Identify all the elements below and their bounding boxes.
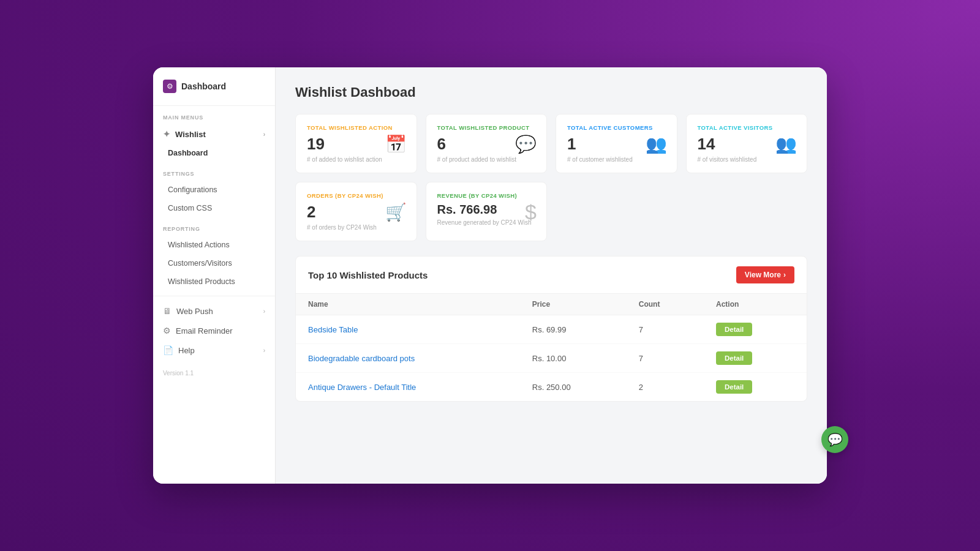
chat-fab-icon: 💬 [827,432,843,447]
table-header: Top 10 Wishlisted Products View More › [296,257,807,294]
product-price-cell: Rs. 250.00 [520,373,627,402]
wishlisted-products-table-section: Top 10 Wishlisted Products View More › N… [295,256,807,402]
sidebar-item-wishlist[interactable]: ✦ Wishlist › [153,124,275,144]
stat-label-active-visitors: TOTAL ACTIVE VISITORS [698,124,796,131]
dashboard-icon: ⚙ [163,80,176,93]
sidebar-item-wishlisted-actions[interactable]: Wishlisted Actions [153,236,275,254]
empty-slot [556,182,807,241]
product-name-cell: Bedside Table [296,315,520,344]
view-more-button[interactable]: View More › [736,266,794,283]
sidebar-item-email-reminder[interactable]: ⚙ Email Reminder [153,321,275,340]
table-row: Biodegradable cardboard pots Rs. 10.00 7… [296,344,807,373]
email-reminder-label: Email Reminder [176,326,232,335]
col-price: Price [520,294,627,315]
stat-sub-active-customers: # of customer wishlisted [567,156,666,163]
sidebar-item-configurations[interactable]: Configurations [153,181,275,199]
table-row: Antique Drawers - Default Title Rs. 250.… [296,373,807,402]
detail-button-0[interactable]: Detail [716,323,752,336]
detail-button-1[interactable]: Detail [716,351,752,365]
wishlist-icon: ✦ [163,129,170,139]
sidebar-item-customers-visitors[interactable]: Customers/Visitors [153,254,275,272]
stat-card-revenue-cp24: REVENUE (BY CP24 WISH) Rs. 766.98 Revenu… [426,182,548,241]
stat-cards-row2: ORDERS (BY CP24 WISH) 2 # of orders by C… [295,182,807,241]
stat-card-total-active-visitors: TOTAL ACTIVE VISITORS 14 # of visitors w… [686,114,808,173]
table-header-row: Name Price Count Action [296,294,807,315]
configurations-label: Configurations [168,186,217,194]
product-count-cell: 7 [627,344,704,373]
table-row: Bedside Table Rs. 69.99 7 Detail [296,315,807,344]
chevron-right-icon: › [263,308,265,315]
stat-label-orders-cp24: ORDERS (BY CP24 WISH) [307,192,405,199]
product-action-cell: Detail [704,344,807,373]
page-title: Wishlist Dashboad [295,84,807,100]
visitors-icon: 👥 [775,133,797,154]
chevron-right-icon: › [783,271,786,279]
help-icon: 📄 [163,345,173,355]
product-count-cell: 2 [627,373,704,402]
sidebar-item-dashboard[interactable]: Dashboard [153,144,275,162]
stat-label-active-customers: TOTAL ACTIVE CUSTOMERS [567,124,666,131]
email-icon: ⚙ [163,326,171,335]
product-count-cell: 7 [627,315,704,344]
stat-cards-row1: TOTAL WISHLISTED ACTION 19 # of added to… [295,114,807,173]
product-link-1[interactable]: Biodegradable cardboard pots [308,354,415,363]
dashboard-label: Dashboard [168,149,208,157]
stat-card-total-wishlisted-action: TOTAL WISHLISTED ACTION 19 # of added to… [295,114,417,173]
main-content: Wishlist Dashboad TOTAL WISHLISTED ACTIO… [276,67,827,484]
sidebar-item-custom-css[interactable]: Custom CSS [153,199,275,217]
chat-fab[interactable]: 💬 [821,426,848,453]
sidebar-logo: ⚙ Dashboard [153,80,275,106]
stat-card-orders-cp24: ORDERS (BY CP24 WISH) 2 # of orders by C… [295,182,417,241]
col-count: Count [627,294,704,315]
main-menus-label: MAIN MENUS [153,106,275,124]
col-name: Name [296,294,520,315]
wishlisted-products-table: Name Price Count Action Bedside Table Rs… [296,294,807,401]
product-name-cell: Biodegradable cardboard pots [296,344,520,373]
customers-visitors-label: Customers/Visitors [168,259,232,268]
product-price-cell: Rs. 69.99 [520,315,627,344]
product-link-0[interactable]: Bedside Table [308,325,358,334]
calendar-icon: 📅 [385,133,407,154]
table-title: Top 10 Wishlisted Products [308,270,428,280]
web-push-icon: 🖥 [163,306,172,316]
view-more-label: View More [745,271,781,279]
sidebar-item-web-push[interactable]: 🖥 Web Push › [153,301,275,321]
product-name-cell: Antique Drawers - Default Title [296,373,520,402]
customers-icon: 👥 [646,133,667,154]
col-action: Action [704,294,807,315]
custom-css-label: Custom CSS [168,204,212,212]
sidebar-logo-text: Dashboard [181,81,226,91]
stat-sub-active-visitors: # of visitors wishlisted [698,156,796,163]
stat-value-revenue-cp24: Rs. 766.98 [437,203,536,217]
stat-sub-wishlisted-product: # of product added to wishlist [437,156,536,163]
wishlisted-products-label: Wishlisted Products [168,277,235,286]
stat-label-revenue-cp24: REVENUE (BY CP24 WISH) [437,192,536,199]
reporting-label: REPORTING [153,217,275,236]
product-action-cell: Detail [704,373,807,402]
stat-sub-revenue-cp24: Revenue generated by CP24 Wish [437,219,536,226]
sidebar-item-help[interactable]: 📄 Help › [153,340,275,360]
chat-icon: 💬 [515,133,537,154]
sidebar-item-wishlisted-products[interactable]: Wishlisted Products [153,272,275,291]
help-label: Help [178,346,195,355]
settings-label: SETTINGS [153,162,275,181]
web-push-label: Web Push [176,307,213,316]
dollar-icon: $ [525,200,537,223]
stat-sub-orders-cp24: # of orders by CP24 Wish [307,224,405,231]
version-text: Version 1.1 [153,360,275,377]
wishlist-label: Wishlist [175,130,206,139]
product-link-2[interactable]: Antique Drawers - Default Title [308,383,416,392]
stat-card-total-wishlisted-product: TOTAL WISHLISTED PRODUCT 6 # of product … [426,114,548,173]
stat-card-total-active-customers: TOTAL ACTIVE CUSTOMERS 1 # of customer w… [556,114,677,173]
stat-label-wishlisted-product: TOTAL WISHLISTED PRODUCT [437,124,536,131]
stat-sub-wishlisted-action: # of added to wishlist action [307,156,405,163]
stat-label-wishlisted-action: TOTAL WISHLISTED ACTION [307,124,405,131]
detail-button-2[interactable]: Detail [716,380,752,394]
product-price-cell: Rs. 10.00 [520,344,627,373]
product-action-cell: Detail [704,315,807,344]
wishlisted-actions-label: Wishlisted Actions [168,241,230,249]
chevron-right-icon: › [263,347,265,354]
cart-icon: 🛒 [385,201,407,222]
chevron-right-icon: › [263,131,265,138]
sidebar: ⚙ Dashboard MAIN MENUS ✦ Wishlist › Dash… [153,67,276,484]
